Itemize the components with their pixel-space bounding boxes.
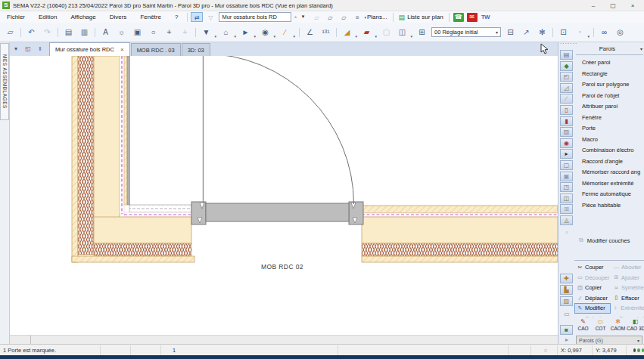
angle-icon[interactable]: ∠ xyxy=(303,25,317,39)
zoom-page-icon[interactable]: ▣ xyxy=(130,25,145,39)
drawing-canvas[interactable]: MOB RDC 02 xyxy=(10,56,558,335)
bottom-wall-right[interactable] xyxy=(362,206,558,262)
tool-item-pi-ce-habitable[interactable]: Pièce habitable xyxy=(574,200,644,212)
orbit-icon[interactable]: ◎ xyxy=(613,25,627,39)
menu-item-edition[interactable]: Edition xyxy=(32,11,64,23)
wall-object-icon[interactable]: ◿ xyxy=(560,83,573,93)
dimension-icon[interactable]: ¹³¹ xyxy=(319,25,333,39)
panel-header[interactable]: Parois ▾ xyxy=(574,42,644,54)
create-wall-icon[interactable]: ▤ xyxy=(560,50,573,60)
horizontal-scrollbar[interactable] xyxy=(10,335,558,344)
window-icon[interactable]: ▯ xyxy=(560,105,573,115)
wall-prev-spinner[interactable]: ▲ xyxy=(291,12,299,22)
menu-item-fentre[interactable]: Fenêtre xyxy=(133,11,168,23)
tool-item-raccord-d-angle[interactable]: Raccord d'angle xyxy=(574,156,644,168)
tab-mur-ossature-bois-rdc[interactable]: Mur ossature bois RDC× xyxy=(49,42,130,56)
info-panel-icon[interactable]: ⊡ xyxy=(556,25,571,39)
print-icon[interactable]: ▤ xyxy=(61,25,76,39)
action-copier[interactable]: ◫Copier xyxy=(574,283,611,293)
open-folder-icon[interactable]: ▱ xyxy=(3,25,17,39)
close-view-icon[interactable]: ◱ xyxy=(23,44,33,54)
assemblies-tab[interactable]: MES ASSEMBLAGES xyxy=(0,43,9,120)
plan-level-icon[interactable]: ▱ xyxy=(338,12,350,22)
tool-item-ferme-automatique[interactable]: Ferme automatique xyxy=(574,189,644,200)
plan-stack-icon[interactable]: ≡ xyxy=(351,12,363,22)
wall-polygon-icon[interactable]: ◰ xyxy=(560,72,573,82)
extra-2-icon[interactable]: ◬ xyxy=(560,215,573,225)
maximize-button[interactable]: ▢ xyxy=(603,0,623,11)
export-icon[interactable]: ↗ xyxy=(519,25,534,39)
pan-icon[interactable]: + xyxy=(162,25,176,39)
close-button[interactable]: × xyxy=(623,0,642,11)
tab-list-dropdown-icon[interactable]: ▾ xyxy=(11,44,21,54)
swap-view-icon[interactable]: ⇄ xyxy=(191,12,203,22)
room-icon[interactable]: ◫ xyxy=(560,193,573,203)
tool-item-cr-er-paroi[interactable]: Créer paroi xyxy=(574,57,644,69)
cube-3d-icon[interactable]: ■ xyxy=(560,325,573,335)
magnifier-icon[interactable]: ○ xyxy=(146,25,160,39)
tool-item-combinaison-lectro[interactable]: Combinaison électro xyxy=(574,145,644,156)
link-icon[interactable]: ⊞ xyxy=(415,25,429,39)
teamviewer-icon[interactable]: TW xyxy=(481,14,490,20)
tab-3d-03[interactable]: 3D: 03 xyxy=(182,43,210,56)
tool-item-porte[interactable]: Porte xyxy=(574,123,644,135)
binoculars-icon[interactable]: ∞ xyxy=(597,25,611,39)
tool-item-paroi-de-l-objet[interactable]: Paroi de l'objet xyxy=(574,91,644,102)
liste-sur-plan-button[interactable]: ▤ Liste sur plan xyxy=(396,12,446,23)
cad-tab-cot[interactable]: ▭COT xyxy=(592,317,609,334)
action-modifier[interactable]: ✎Modifier xyxy=(574,303,611,314)
plan-level-icon[interactable]: ▱ xyxy=(324,12,336,22)
tool-item-attribuer-paroi[interactable]: Attribuer paroi xyxy=(574,101,644,113)
roof-slope-icon[interactable]: ◢▾ xyxy=(340,25,354,39)
cad-raised-1-icon[interactable]: ✚ xyxy=(560,274,573,283)
action-couper[interactable]: ✂Couper xyxy=(574,262,611,273)
settings-gear-icon[interactable]: ✻ xyxy=(535,25,549,39)
door-object[interactable] xyxy=(191,56,363,224)
tool-item-m-moriser-raccord-ang[interactable]: Mémoriser raccord ang xyxy=(574,167,644,178)
tool-item-macro[interactable]: Macro xyxy=(574,135,644,146)
brightness-icon[interactable]: ☼ xyxy=(114,25,129,39)
action-effacer[interactable]: ▯Effacer xyxy=(611,293,644,304)
assign-wall-icon[interactable]: ∕ xyxy=(560,94,573,104)
layer-tool-icon[interactable]: ▫ xyxy=(562,228,572,237)
mail-icon[interactable]: ✉ xyxy=(467,13,478,22)
macro-icon[interactable]: ▨ xyxy=(560,127,573,137)
action-d-placer[interactable]: ∕Déplacer xyxy=(574,293,611,304)
extra-1-icon[interactable]: ⊞ xyxy=(560,204,573,214)
minimize-button[interactable]: – xyxy=(583,0,603,11)
pen-icon[interactable]: ∕▾ xyxy=(278,25,292,39)
electro-icon[interactable]: ◉ xyxy=(560,138,573,148)
rectangle-icon[interactable]: ◆ xyxy=(560,61,573,71)
text-settings-icon[interactable]: A xyxy=(98,25,113,39)
menu-item-divers[interactable]: Divers xyxy=(103,11,134,23)
door-icon[interactable]: ▮ xyxy=(560,116,573,126)
tab-close-icon[interactable]: × xyxy=(120,46,124,53)
memo-joint-icon[interactable]: ▢ xyxy=(560,160,573,170)
menu-item-?[interactable]: ? xyxy=(168,11,185,23)
tool-item-rectangle[interactable]: Rectangle xyxy=(574,69,644,80)
tab-mob-rdc-03[interactable]: MOB RDC . 03 xyxy=(131,43,181,56)
plumb-icon[interactable]: ▼▾ xyxy=(199,25,213,39)
wall-next-spinner[interactable]: ▼ xyxy=(299,12,306,22)
modify-layers-button[interactable]: ⧉ Modifier couches xyxy=(574,235,644,246)
link2-icon[interactable]: ⊟ xyxy=(503,25,518,39)
memo-end-icon[interactable]: ▣ xyxy=(560,172,573,181)
print-preview-icon[interactable]: ▥ xyxy=(77,25,92,39)
corner-joint-icon[interactable]: ▸ xyxy=(560,149,573,159)
plan-level-icon[interactable]: ▱ xyxy=(310,12,322,22)
tool-item-m-moriser-extr-mit-[interactable]: Mémoriser extrémité xyxy=(574,178,644,190)
cad-tab-cao-3d[interactable]: ◧CAO 3D xyxy=(627,317,644,334)
split-view-icon[interactable]: ‖ xyxy=(35,44,45,54)
cad-raised-2-icon[interactable]: ▙ xyxy=(560,285,573,295)
menu-item-fichier[interactable]: Fichier xyxy=(0,11,32,23)
cad-raised-3-icon[interactable]: ▨ xyxy=(560,296,573,306)
wall-selector-combobox[interactable]: Mur ossature bois RD xyxy=(219,12,291,22)
menu-item-affichage[interactable]: Affichage xyxy=(64,11,102,23)
home-view-icon[interactable]: ⌂▾ xyxy=(219,25,233,39)
cad-tab-caom[interactable]: ✻CAOM xyxy=(609,317,627,334)
auto-truss-icon[interactable]: ◳ xyxy=(560,182,573,192)
flag-icon[interactable]: ►▾ xyxy=(238,25,253,39)
tool-item-paroi-sur-polygone[interactable]: Paroi sur polygone xyxy=(574,79,644,91)
tool-item-fen-tre[interactable]: Fenêtre xyxy=(574,113,644,124)
marker-icon[interactable]: ▰▾ xyxy=(359,25,374,39)
